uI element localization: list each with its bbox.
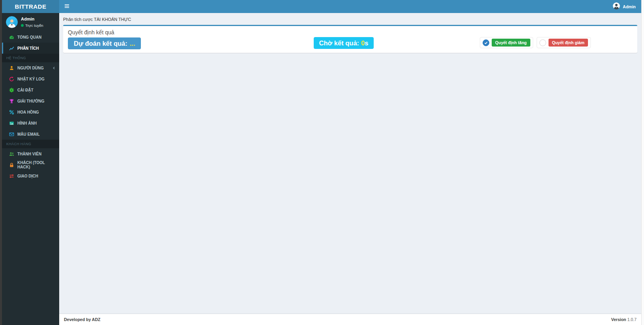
sidebar-item-tong-quan[interactable]: TỔNG QUAN xyxy=(2,32,59,43)
box-title: Quyết định kết quả xyxy=(63,26,637,35)
sidebar-item-label: KHÁCH (TOOL HACK) xyxy=(17,161,56,169)
sidebar-section-he-thong: HỆ THỐNG xyxy=(2,54,59,62)
wait-seconds-value: 0 xyxy=(361,39,365,47)
screen: BITTRADE xyxy=(0,0,644,325)
predict-label: Dự đoán kết quả: xyxy=(74,40,127,47)
sidebar-item-label: HOA HỒNG xyxy=(17,110,39,114)
decision-up-option: Quyết định tăng xyxy=(480,37,533,48)
sidebar-item-label: GIẢI THƯỞNG xyxy=(17,99,45,103)
sidebar-item-giao-dich[interactable]: GIAO DỊCH xyxy=(2,170,59,181)
brand-logo[interactable]: BITTRADE xyxy=(2,0,59,13)
dashboard-icon xyxy=(8,35,15,40)
decision-up-button[interactable]: Quyết định tăng xyxy=(492,39,530,47)
navbar-user-avatar xyxy=(613,2,620,11)
decision-down-button[interactable]: Quyết định giảm xyxy=(549,39,588,47)
chevron-left-icon xyxy=(52,66,56,70)
sidebar-menu: TỔNG QUAN PHÂN TÍCH HỆ THỐNG NGƯỜI DÙNG xyxy=(2,32,59,181)
gear-icon xyxy=(8,88,15,93)
navbar-user-menu[interactable]: Admin xyxy=(607,0,641,13)
sidebar-item-mau-email[interactable]: MẪU EMAIL xyxy=(2,129,59,140)
sidebar-item-label: TỔNG QUAN xyxy=(17,35,41,39)
app-window: BITTRADE xyxy=(2,0,641,325)
sidebar-item-label: MẪU EMAIL xyxy=(17,132,40,136)
right-scrollbar-strip[interactable] xyxy=(641,0,644,325)
chart-line-icon xyxy=(8,46,15,51)
sidebar-item-label: THÀNH VIÊN xyxy=(17,152,41,156)
sidebar-item-giai-thuong[interactable]: GIẢI THƯỞNG xyxy=(2,95,59,106)
decision-down-option: Quyết định giảm xyxy=(537,37,591,48)
footer-developed-by: Developed by ADZ xyxy=(64,317,100,322)
envelope-icon xyxy=(8,132,15,137)
decision-box: Quyết định kết quả Dự đoán kết quả: ... … xyxy=(63,25,637,53)
sidebar: BITTRADE xyxy=(2,0,59,325)
sidebar-item-label: NHẬT KÝ LOG xyxy=(17,77,45,81)
sidebar-item-hinh-anh[interactable]: HÌNH ẢNH xyxy=(2,118,59,129)
footer-version-value: 1.0.7 xyxy=(627,317,637,322)
decision-toggles: Quyết định tăng Quyết định giảm xyxy=(480,37,591,48)
wait-label: Chờ kết quả: xyxy=(319,39,359,47)
sidebar-item-label: HÌNH ẢNH xyxy=(17,121,37,125)
content-area: Phân tích cược TÀI KHOẢN THỰC Quyết định… xyxy=(59,13,641,314)
navbar-user-label: Admin xyxy=(623,4,636,9)
exchange-icon xyxy=(8,174,15,179)
sidebar-user-panel: Admin Trực tuyến xyxy=(2,13,59,32)
wait-seconds-unit: s xyxy=(365,39,368,47)
sidebar-item-cai-dat[interactable]: CÀI ĐẶT xyxy=(2,84,59,95)
history-icon xyxy=(8,77,15,82)
sidebar-item-khach-tool-hack[interactable]: KHÁCH (TOOL HACK) xyxy=(2,159,59,170)
user-avatar xyxy=(6,16,18,28)
online-dot-icon xyxy=(21,24,24,27)
trophy-icon xyxy=(8,99,15,104)
sidebar-item-label: NGƯỜI DÙNG xyxy=(17,66,44,70)
page-title: Phân tích cược TÀI KHOẢN THỰC xyxy=(59,13,641,25)
footer: Developed by ADZ Version 1.0.7 xyxy=(59,314,641,325)
user-info: Admin Trực tuyến xyxy=(21,17,43,27)
user-status-label: Trực tuyến xyxy=(25,23,43,28)
predict-result-button[interactable]: Dự đoán kết quả: ... xyxy=(68,37,141,49)
sidebar-item-hoa-hong[interactable]: HOA HỒNG xyxy=(2,106,59,118)
sidebar-item-nhat-ky-log[interactable]: NHẬT KÝ LOG xyxy=(2,73,59,84)
sidebar-item-phan-tich[interactable]: PHÂN TÍCH xyxy=(2,43,59,54)
hamburger-icon xyxy=(64,3,69,10)
predict-value: ... xyxy=(130,40,135,47)
user-status: Trực tuyến xyxy=(21,23,43,28)
sidebar-item-label: CÀI ĐẶT xyxy=(17,88,34,92)
user-icon xyxy=(8,65,15,71)
decision-down-radio[interactable] xyxy=(539,39,546,46)
sidebar-item-nguoi-dung[interactable]: NGƯỜI DÙNG xyxy=(2,62,59,73)
image-icon xyxy=(8,121,15,126)
sidebar-item-thanh-vien[interactable]: THÀNH VIÊN xyxy=(2,148,59,159)
lock-icon xyxy=(8,162,15,168)
box-body: Dự đoán kết quả: ... Chờ kết quả: 0s Quy… xyxy=(63,35,637,51)
footer-version: Version 1.0.7 xyxy=(611,317,637,322)
sidebar-item-label: PHÂN TÍCH xyxy=(17,46,39,50)
menu-toggle-button[interactable] xyxy=(59,0,75,13)
decision-up-radio[interactable] xyxy=(483,39,489,46)
users-icon xyxy=(8,151,15,157)
wait-result-badge: Chờ kết quả: 0s xyxy=(314,37,374,49)
percent-icon xyxy=(8,110,15,115)
sidebar-section-khach-hang: KHÁCH HÀNG xyxy=(2,140,59,148)
user-name: Admin xyxy=(21,17,43,22)
sidebar-item-label: GIAO DỊCH xyxy=(17,174,38,178)
top-navbar: Admin xyxy=(59,0,641,13)
footer-version-label: Version xyxy=(611,317,626,322)
